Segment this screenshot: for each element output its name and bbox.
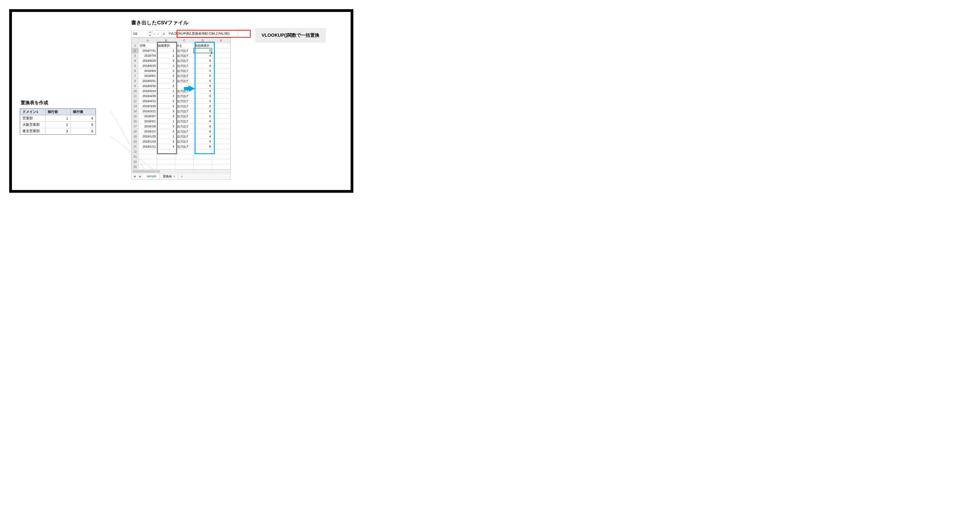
cell[interactable]: めも (175, 43, 194, 48)
cell[interactable] (194, 154, 212, 159)
cell[interactable]: 3 (157, 114, 175, 119)
cell[interactable]: 2 (157, 73, 175, 78)
row-header[interactable]: 14 (132, 109, 138, 114)
spreadsheet[interactable]: A B C D E 1 日時 組織選択 めも 新組織選択 2 2018/7/31… (131, 38, 231, 180)
row-header[interactable]: 6 (132, 68, 138, 73)
cell[interactable] (212, 129, 231, 134)
row-header[interactable]: 12 (132, 99, 138, 104)
row-header[interactable]: 25 (132, 164, 138, 169)
fx-icon[interactable]: fx (162, 30, 167, 37)
cell[interactable]: 2018/3/22 (138, 109, 157, 114)
row-header[interactable]: 24 (132, 159, 138, 164)
confirm-icon[interactable]: ✓ (157, 32, 160, 36)
col-header-e[interactable]: E (212, 38, 231, 43)
tab-prev-icon[interactable]: ◀ (132, 175, 137, 178)
cell[interactable]: 2 (157, 84, 175, 89)
cell[interactable]: ほげほげ (175, 144, 194, 149)
cell[interactable]: 2018/6/29 (138, 58, 157, 64)
cell[interactable]: ほげほげ (175, 48, 194, 53)
cell[interactable] (212, 139, 231, 144)
cell[interactable]: 2018/1/25 (138, 134, 157, 139)
select-all-corner[interactable] (132, 38, 138, 43)
cell[interactable]: ほげほげ (175, 78, 194, 84)
cell[interactable]: 5 (194, 78, 212, 84)
cell[interactable] (194, 164, 212, 169)
formula-input[interactable]: =VLOOKUP(B2,置換表!B$2:C$4,2,FALSE) (167, 30, 238, 37)
cell[interactable]: 2 (157, 48, 175, 53)
row-header[interactable]: 9 (132, 84, 138, 89)
cell[interactable]: 4 (194, 64, 212, 68)
cell[interactable] (212, 119, 231, 124)
cell[interactable]: 2 (157, 104, 175, 109)
row-header[interactable]: 17 (132, 124, 138, 129)
cell[interactable]: 3 (157, 144, 175, 149)
cell[interactable]: 5 (194, 104, 212, 109)
cell[interactable] (138, 149, 157, 154)
cell[interactable]: 2 (157, 94, 175, 99)
cell[interactable]: 2018/2/8 (138, 124, 157, 129)
cell[interactable]: ほげほげ (175, 134, 194, 139)
cell[interactable]: ほげほげ (175, 64, 194, 68)
cell[interactable] (212, 58, 231, 64)
cell[interactable]: ほげほげ (175, 104, 194, 109)
cell[interactable] (212, 78, 231, 84)
cell[interactable] (194, 159, 212, 164)
cell[interactable]: 2018/1/11 (138, 144, 157, 149)
cell[interactable]: 3 (157, 109, 175, 114)
cell[interactable]: 5 (194, 48, 212, 53)
cell[interactable]: ほげほげ (175, 139, 194, 144)
cell[interactable]: 6 (194, 114, 212, 119)
cell[interactable]: 2018/5/31 (138, 78, 157, 84)
row-header[interactable]: 2 (132, 48, 138, 53)
cell[interactable]: 2018/6/1 (138, 73, 157, 78)
cell[interactable]: ほげほげ (175, 129, 194, 134)
tab-add-icon[interactable]: + (178, 174, 185, 178)
cancel-icon[interactable]: × (153, 32, 156, 36)
row-header[interactable]: 8 (132, 78, 138, 84)
row-header[interactable]: 19 (132, 134, 138, 139)
cell[interactable] (212, 84, 231, 89)
cell[interactable]: ほげほげ (175, 124, 194, 129)
cell[interactable]: 6 (194, 109, 212, 114)
row-header[interactable]: 16 (132, 119, 138, 124)
cell[interactable]: 3 (157, 129, 175, 134)
row-header[interactable]: 10 (132, 89, 138, 94)
cell[interactable] (212, 99, 231, 104)
row-header[interactable]: 11 (132, 94, 138, 99)
cell[interactable]: 1 (157, 89, 175, 94)
cell[interactable]: 2018/2/2 (138, 129, 157, 134)
cell[interactable] (212, 109, 231, 114)
cell[interactable] (212, 104, 231, 109)
cell[interactable] (212, 159, 231, 164)
col-header-c[interactable]: C (175, 38, 194, 43)
cell[interactable]: 日時 (138, 43, 157, 48)
cell[interactable] (175, 164, 194, 169)
row-header[interactable]: 5 (132, 64, 138, 68)
cell[interactable]: 6 (194, 58, 212, 64)
cell[interactable]: 組織選択 (157, 43, 175, 48)
cell[interactable]: ほげほげ (175, 99, 194, 104)
row-header[interactable]: 7 (132, 73, 138, 78)
cell[interactable] (212, 68, 231, 73)
cell[interactable] (212, 89, 231, 94)
cell[interactable]: ほげほげ (175, 119, 194, 124)
cell[interactable]: 4 (194, 89, 212, 94)
cell[interactable] (212, 48, 231, 53)
cell[interactable] (212, 53, 231, 58)
cell[interactable] (157, 159, 175, 164)
cell[interactable] (212, 124, 231, 129)
cell[interactable] (194, 149, 212, 154)
cell[interactable] (175, 154, 194, 159)
cell[interactable]: 6 (194, 139, 212, 144)
h-scrollbar[interactable] (132, 169, 231, 173)
cell[interactable]: 2018/5/24 (138, 89, 157, 94)
row-header[interactable]: 15 (132, 114, 138, 119)
cell[interactable]: 3 (157, 139, 175, 144)
cell[interactable] (212, 73, 231, 78)
cell[interactable]: 4 (194, 119, 212, 124)
cell[interactable]: 2 (157, 68, 175, 73)
cell[interactable]: 5 (194, 68, 212, 73)
cell[interactable] (157, 164, 175, 169)
cell[interactable] (212, 149, 231, 154)
row-header[interactable]: 21 (132, 144, 138, 149)
